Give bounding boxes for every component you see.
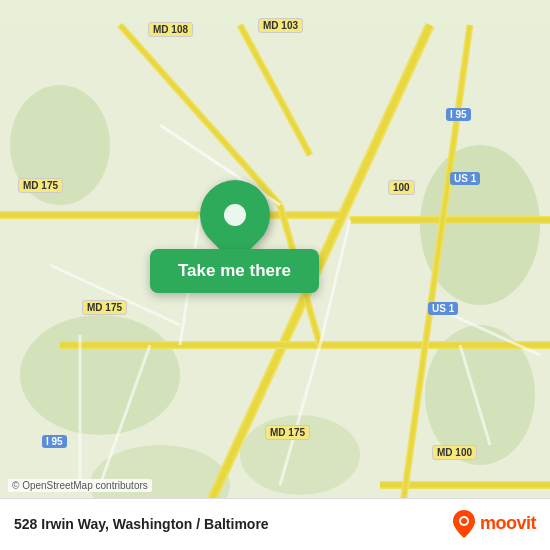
moovit-logo: moovit — [453, 510, 536, 538]
road-label-us1-bot: US 1 — [428, 302, 458, 315]
map-attribution: © OpenStreetMap contributors — [8, 479, 152, 492]
take-me-there-popup: Take me there — [150, 180, 319, 293]
address-text: 528 Irwin Way, Washington / Baltimore — [14, 516, 269, 532]
svg-point-3 — [20, 315, 180, 435]
road-label-md108: MD 108 — [148, 22, 193, 37]
take-me-there-button[interactable]: Take me there — [150, 249, 319, 293]
road-label-md103: MD 103 — [258, 18, 303, 33]
road-label-i95-top: I 95 — [446, 108, 471, 121]
road-label-us1-top: US 1 — [450, 172, 480, 185]
road-label-i95-bot: I 95 — [42, 435, 67, 448]
road-label-md175-left: MD 175 — [18, 178, 63, 193]
moovit-brand-text: moovit — [480, 513, 536, 534]
svg-point-1 — [420, 145, 540, 305]
road-label-md175-mid: MD 175 — [82, 300, 127, 315]
moovit-pin-icon — [453, 510, 475, 538]
bottom-bar: 528 Irwin Way, Washington / Baltimore mo… — [0, 498, 550, 550]
road-label-md175-bot: MD 175 — [265, 425, 310, 440]
svg-point-35 — [461, 518, 467, 524]
road-label-md100: 100 — [388, 180, 415, 195]
road-label-md100-bot: MD 100 — [432, 445, 477, 460]
map-container: MD 108 MD 103 MD 175 MD 175 MD 175 I 95 … — [0, 0, 550, 550]
